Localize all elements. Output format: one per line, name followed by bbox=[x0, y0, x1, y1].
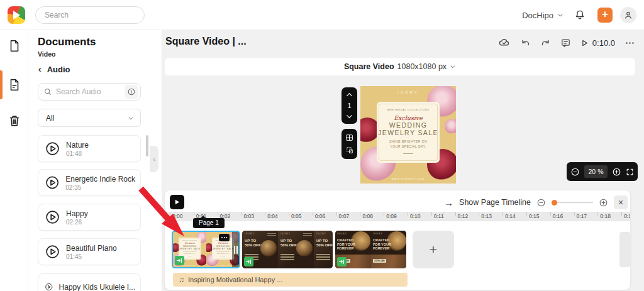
audio-item-energetic-indie-rock[interactable]: Energetic Indie Rock02:35 bbox=[38, 169, 141, 196]
play-icon bbox=[580, 39, 589, 47]
chevron-down-icon[interactable] bbox=[346, 114, 353, 119]
fullscreen-icon[interactable] bbox=[626, 168, 634, 176]
close-icon: × bbox=[618, 197, 623, 207]
account-avatar[interactable] bbox=[620, 7, 636, 23]
page-duration-handle[interactable] bbox=[232, 232, 239, 267]
audio-back-button[interactable]: ‹ Audio bbox=[38, 64, 70, 74]
audio-search[interactable] bbox=[38, 83, 141, 101]
ruler-tick: 0:07 bbox=[336, 212, 360, 221]
audio-item-beautiful-piano[interactable]: Beautiful Piano01:45 bbox=[38, 238, 141, 265]
play-circle-icon[interactable] bbox=[45, 244, 60, 260]
page-tooltip: Page 1 bbox=[193, 218, 225, 228]
panel-collapse-handle[interactable]: ‹ bbox=[150, 146, 158, 172]
chevron-down-icon bbox=[128, 115, 134, 121]
timeline-ruler[interactable]: 0:00 0:01 0:02 0:03 0:04 0:05 0:06 0:07 … bbox=[165, 212, 630, 221]
play-circle-icon[interactable] bbox=[45, 175, 60, 190]
notifications-button[interactable] bbox=[574, 9, 586, 21]
ruler-tick: 0:03 bbox=[241, 212, 265, 221]
audio-search-input[interactable] bbox=[56, 87, 121, 96]
zoom-controls: 20 % bbox=[567, 162, 638, 181]
arrow-right-icon: → bbox=[444, 197, 453, 208]
editor-toolbar: 0:10.0 bbox=[498, 36, 635, 49]
chevron-up-icon[interactable] bbox=[346, 92, 353, 97]
timeline-header-controls: → Show Page Timeline × bbox=[444, 195, 628, 210]
page-thumbnail-3[interactable]: IVORY CRAFTEDFOR YOURFOREVER 25TH JAN IV… bbox=[335, 231, 406, 268]
subline-text: SHINE BRIGHTER ON bbox=[183, 251, 196, 253]
timeline-zoom-slider[interactable] bbox=[552, 202, 593, 203]
audio-track-name: Inspiring Motivational Happy ... bbox=[188, 276, 282, 283]
subline-text: YOUR SPECIAL DAY. bbox=[390, 145, 426, 150]
add-page-button[interactable]: + bbox=[413, 231, 454, 268]
transition-icon[interactable] bbox=[244, 257, 253, 266]
timeline-zoom-out-icon[interactable] bbox=[536, 198, 546, 207]
workspace-switcher[interactable]: DocHipo bbox=[522, 0, 564, 30]
global-search[interactable] bbox=[35, 6, 145, 24]
redo-icon[interactable] bbox=[540, 38, 551, 48]
page-thumbnail-1[interactable]: IVORY NEW BRIDAL COLLECTIONS Exclusive W… bbox=[172, 231, 240, 268]
close-timeline-button[interactable]: × bbox=[614, 195, 628, 209]
zoom-in-icon[interactable] bbox=[612, 167, 621, 177]
subline-text: YOUR SPECIAL DAY. bbox=[184, 253, 196, 255]
undo-icon[interactable] bbox=[520, 38, 531, 48]
ruler-tick: 0:18 bbox=[597, 212, 621, 221]
timeline-audio-track[interactable]: ♫ Inspiring Motivational Happy ... bbox=[173, 273, 408, 287]
timeline-play-button[interactable] bbox=[170, 195, 184, 209]
audio-item-duration: 01:45 bbox=[66, 253, 117, 260]
timeline-panel: → Show Page Timeline × 0:00 0:01 0:02 0:… bbox=[165, 190, 630, 290]
top-bar: DocHipo + bbox=[0, 0, 644, 30]
current-page-number: 1 bbox=[347, 102, 351, 109]
show-page-timeline-toggle[interactable]: Show Page Timeline bbox=[459, 198, 531, 207]
audio-info-button[interactable] bbox=[125, 85, 138, 99]
dochipo-logo-icon[interactable] bbox=[8, 6, 25, 24]
page2-frame: IVORY UP TO50% OFF! bbox=[278, 231, 314, 268]
comment-icon[interactable] bbox=[560, 38, 571, 48]
audio-item-nature[interactable]: Nature01:48 bbox=[38, 135, 141, 162]
preview-play-control[interactable]: 0:10.0 bbox=[580, 38, 615, 48]
more-options-icon[interactable] bbox=[625, 38, 635, 48]
document-size-selector[interactable]: Square Video 1080x1080 px bbox=[165, 58, 635, 75]
play-circle-icon[interactable] bbox=[45, 209, 60, 225]
play-circle-icon[interactable] bbox=[45, 141, 60, 156]
offer-text: 50% OFF! bbox=[316, 243, 333, 247]
rail-documents-button[interactable] bbox=[8, 78, 21, 92]
resize-canvas-icon[interactable] bbox=[346, 146, 353, 154]
chevron-down-icon bbox=[557, 12, 564, 18]
page-options-button[interactable] bbox=[219, 234, 230, 241]
brand-text: IVORY bbox=[316, 233, 326, 235]
audio-filter-select[interactable]: All bbox=[38, 109, 141, 127]
transition-icon[interactable] bbox=[175, 256, 184, 265]
create-document-button[interactable]: + bbox=[597, 8, 613, 23]
timeline-zoom-in-icon[interactable] bbox=[599, 198, 608, 207]
offer-text: 50% OFF! bbox=[245, 243, 262, 247]
rail-templates-button[interactable] bbox=[8, 39, 21, 53]
ruler-tick: 0:05 bbox=[289, 212, 313, 221]
zoom-out-icon[interactable] bbox=[570, 167, 580, 177]
slider-handle[interactable] bbox=[552, 200, 557, 206]
headline-text: FOR YOUR bbox=[337, 243, 355, 246]
global-search-input[interactable] bbox=[45, 11, 142, 19]
script-text: Exclusive bbox=[185, 242, 195, 244]
transition-icon[interactable] bbox=[337, 257, 347, 266]
headline-text: FOREVER bbox=[373, 246, 390, 250]
audio-item-duration: 02:26 bbox=[66, 219, 88, 226]
ruler-tick: 0:14 bbox=[502, 212, 526, 221]
canvas-page[interactable]: IVORY NEW BRIDAL COLLECTIONS Exclusive W… bbox=[360, 86, 456, 184]
grid-view-icon[interactable] bbox=[345, 134, 353, 141]
fine-print bbox=[280, 254, 294, 261]
zoom-level-value[interactable]: 20 % bbox=[584, 165, 608, 178]
audio-item-happy[interactable]: Happy02:26 bbox=[38, 204, 141, 231]
subline-text: SHINE BRIGHTER ON bbox=[389, 140, 427, 145]
headline-text: WEDDING bbox=[216, 244, 230, 247]
audio-item-happy-kids-ukulele[interactable]: Happy Kids Ukulele I... bbox=[38, 273, 141, 291]
flower-graphic bbox=[445, 119, 456, 134]
offer-text: UP TO bbox=[280, 239, 292, 243]
document-lines-icon bbox=[8, 78, 21, 92]
headline-text: FOR YOUR bbox=[373, 243, 391, 246]
page-thumbnail-2[interactable]: IVORY UP TO50% OFF! IVORY UP TO50% OFF! … bbox=[242, 231, 333, 268]
play-circle-icon[interactable] bbox=[45, 279, 53, 291]
audio-item-name: Energetic Indie Rock bbox=[65, 175, 135, 184]
rail-trash-button[interactable] bbox=[8, 114, 21, 128]
ruler-tick: 0:17 bbox=[574, 212, 598, 221]
audio-list-scrollbar[interactable] bbox=[146, 135, 148, 156]
ruler-tick: 0:06 bbox=[313, 212, 336, 221]
